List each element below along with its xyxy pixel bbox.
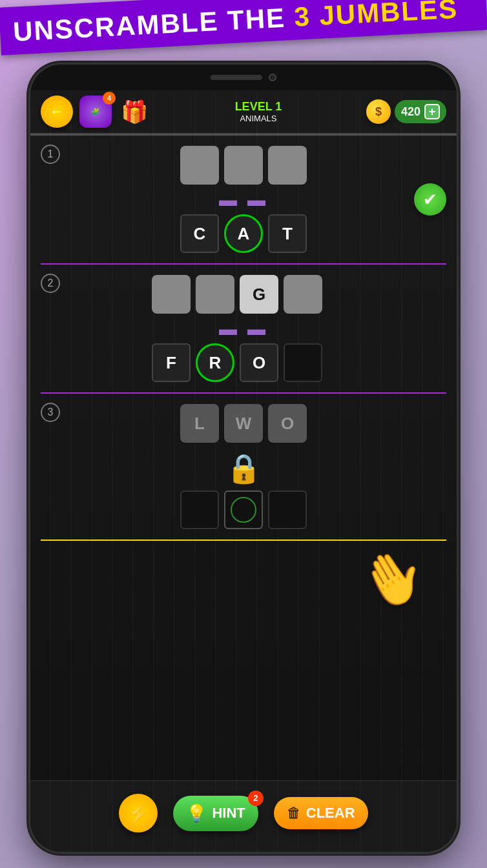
answer-cell-1-2[interactable]	[224, 146, 263, 185]
answer-cell-2-2[interactable]	[196, 275, 234, 314]
coins-value: 420	[401, 105, 420, 119]
hint-label: HINT	[212, 805, 245, 822]
letter-cell-2-empty[interactable]	[284, 343, 322, 382]
section-2-answer-row: G	[43, 275, 444, 314]
letter-cell-1-T[interactable]: T	[268, 214, 307, 253]
level-subtitle: ANIMALS	[157, 114, 360, 123]
back-button[interactable]: ←	[41, 96, 73, 128]
letter-cell-1-A[interactable]: A	[224, 214, 263, 253]
phone-frame: ← 🧩 4 🎁 LEVEL 1 ANIMALS $ 420 + 1	[30, 65, 457, 852]
letter-cell-1-C[interactable]: C	[180, 214, 219, 253]
locked-cell-O: O	[268, 404, 307, 443]
bolt-icon: ⚡	[127, 802, 150, 825]
trash-icon: 🗑	[287, 805, 301, 822]
phone-top-bar	[30, 65, 457, 90]
letter-cell-2-R[interactable]: R	[196, 343, 234, 382]
answer-cell-1-1[interactable]	[180, 146, 219, 185]
coin-icon: $	[366, 99, 391, 124]
section-2-letter-row: F R O	[43, 343, 444, 382]
hint-badge: 2	[248, 791, 264, 806]
locked-cell-W: W	[224, 404, 263, 443]
lock-icon: 🔒	[43, 452, 444, 485]
section-3-number: 3	[41, 403, 60, 422]
letter-cell-2-O[interactable]: O	[240, 343, 278, 382]
section-1-number: 1	[41, 145, 60, 164]
section-1-answer-row	[43, 146, 444, 185]
bolt-button[interactable]: ⚡	[119, 794, 158, 833]
clear-label: CLEAR	[306, 805, 355, 822]
section-2-number: 2	[41, 274, 60, 293]
puzzle-section-1: 1 ▬ ▬ C A T ✔	[30, 136, 457, 263]
letter-cell-2-F[interactable]: F	[152, 343, 191, 382]
level-title: LEVEL 1	[157, 100, 360, 114]
answer-cell-2-1[interactable]	[152, 275, 191, 314]
section-1-letter-row: C A T	[43, 214, 444, 253]
section-3-answer-row	[43, 490, 444, 529]
add-coins-button[interactable]: +	[424, 104, 440, 119]
banner-text: UNSCRAMBLE THE 3 JUMBLES	[12, 0, 459, 47]
gift-icon[interactable]: 🎁	[118, 96, 150, 128]
locked-answer-cell-1	[180, 490, 219, 529]
locked-answer-cell-2	[224, 490, 263, 529]
section-1-equals: ▬ ▬	[43, 191, 444, 209]
puzzle-badge: 🧩 4	[79, 96, 112, 128]
hint-button[interactable]: 💡 HINT 2	[173, 796, 258, 831]
level-info: LEVEL 1 ANIMALS	[157, 100, 360, 123]
phone-camera	[269, 74, 276, 81]
puzzle-section-3: 3 L W O 🔒	[30, 394, 457, 540]
coins-bar: 420 +	[395, 100, 446, 123]
puzzle-count: 4	[103, 92, 116, 105]
locked-answer-cell-3	[268, 490, 307, 529]
top-banner: UNSCRAMBLE THE 3 JUMBLES	[0, 0, 487, 56]
locked-circle	[231, 497, 256, 523]
puzzle-section-2: 2 G ▬ ▬ F R O 🤚	[30, 265, 457, 392]
answer-cell-2-4[interactable]	[284, 275, 322, 314]
coins-area: $ 420 +	[366, 99, 446, 124]
answer-cell-2-G[interactable]: G	[240, 275, 278, 314]
phone-speaker	[211, 75, 262, 80]
bottom-toolbar: ⚡ 💡 HINT 2 🗑 CLEAR	[30, 780, 457, 852]
answer-cell-1-3[interactable]	[268, 146, 307, 185]
locked-cell-L: L	[180, 404, 219, 443]
spacer	[30, 541, 457, 780]
clear-button[interactable]: 🗑 CLEAR	[274, 797, 368, 829]
section-3-locked-letters: L W O	[43, 404, 444, 443]
check-button-1[interactable]: ✔	[414, 183, 446, 216]
bulb-icon: 💡	[186, 803, 207, 823]
section-2-equals: ▬ ▬	[43, 320, 444, 338]
game-area: ← 🧩 4 🎁 LEVEL 1 ANIMALS $ 420 + 1	[30, 90, 457, 852]
game-header: ← 🧩 4 🎁 LEVEL 1 ANIMALS $ 420 +	[30, 90, 457, 134]
